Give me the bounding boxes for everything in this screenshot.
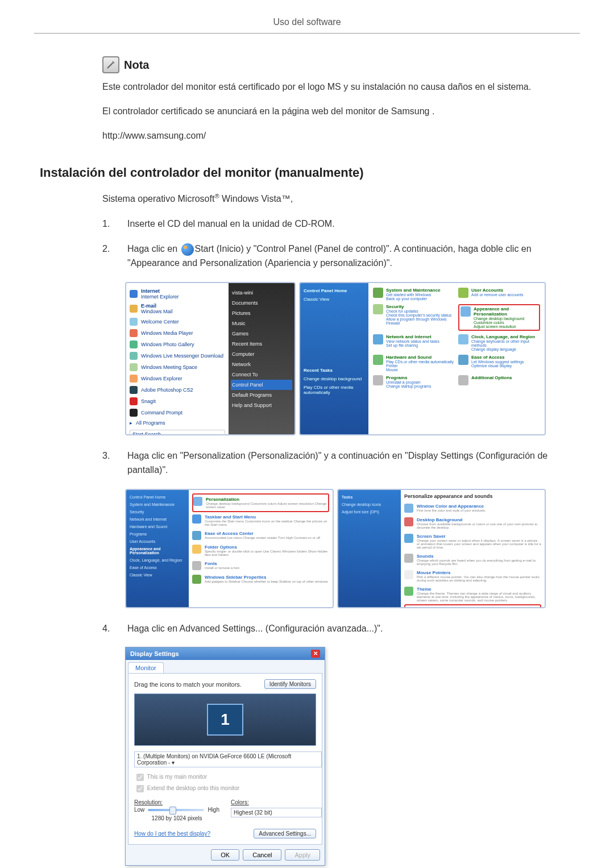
start-right-help[interactable]: Help and Support bbox=[231, 400, 292, 410]
start-right-documents[interactable]: Documents bbox=[231, 298, 292, 308]
note-paragraph-2: El controlador certificado se anunciará … bbox=[102, 105, 557, 119]
monitor-1[interactable]: 1 bbox=[207, 704, 243, 736]
pers2-item-mouse[interactable]: Mouse PointersPick a different mouse poi… bbox=[404, 568, 541, 584]
start-item-live[interactable]: Windows Live Messenger Download bbox=[130, 350, 225, 362]
start-right-connect[interactable]: Connect To bbox=[231, 369, 292, 380]
ok-button[interactable]: OK bbox=[211, 849, 239, 861]
start-search[interactable]: Start Search bbox=[130, 430, 225, 435]
pers-left-item[interactable]: Security bbox=[130, 508, 185, 516]
pers2-tasks-header: Tasks bbox=[342, 493, 397, 501]
start-item-photoshop[interactable]: Adobe Photoshop CS2 bbox=[130, 384, 225, 396]
start-right-controlpanel[interactable]: Control Panel bbox=[231, 380, 292, 390]
step-number: 3. bbox=[102, 449, 116, 477]
pers-left-item[interactable]: User Accounts bbox=[130, 538, 185, 545]
pers-left-item[interactable]: Programs bbox=[130, 530, 185, 538]
section-heading: Instalación del controlador del monitor … bbox=[40, 165, 580, 180]
start-item-wmp[interactable]: Windows Media Player bbox=[130, 327, 225, 339]
start-item-email[interactable]: E-mailWindows Mail bbox=[130, 301, 225, 316]
appearance-window: Control Panel Home System and Maintenanc… bbox=[125, 489, 334, 608]
cp-item-user[interactable]: User AccountsAdd or remove user accounts bbox=[458, 288, 540, 301]
pers-item-taskbar[interactable]: Taskbar and Start MenuCustomize the Star… bbox=[192, 512, 329, 529]
start-orb-icon bbox=[181, 243, 194, 256]
monitor-dropdown[interactable]: 1. (Multiple Monitors) on NVIDIA GeForce… bbox=[134, 751, 322, 767]
cp-item-programs[interactable]: ProgramsUninstall a programChange startu… bbox=[373, 375, 455, 388]
step-text: Haga clic en Advanced Settings... (Confi… bbox=[127, 622, 557, 636]
best-display-link[interactable]: How do I get the best display? bbox=[134, 830, 210, 837]
cp-item-clock[interactable]: Clock, Language, and RegionChange keyboa… bbox=[458, 334, 540, 351]
resolution-label: Resolution: bbox=[134, 799, 163, 805]
start-item-meeting[interactable]: Windows Meeting Space bbox=[130, 362, 225, 373]
cp-item-ease[interactable]: Ease of AccessLet Windows suggest settin… bbox=[458, 355, 540, 372]
pers2-item-display[interactable]: Display SettingsAdjust your monitor reso… bbox=[404, 604, 541, 608]
note-paragraph-1: Este controlador del monitor está certif… bbox=[102, 80, 557, 94]
start-right-games[interactable]: Games bbox=[231, 329, 292, 339]
cancel-button[interactable]: Cancel bbox=[243, 849, 281, 861]
start-item-welcome[interactable]: Welcome Center bbox=[130, 316, 225, 327]
pers-left-item-appearance[interactable]: Appearance and Personalization bbox=[130, 545, 185, 556]
start-right-recent[interactable]: Recent Items bbox=[231, 339, 292, 349]
cp-recent-task[interactable]: Play CDs or other media automatically bbox=[304, 383, 365, 397]
pers2-item-screensaver[interactable]: Screen SaverChange your screen saver or … bbox=[404, 531, 541, 551]
start-right-pictures[interactable]: Pictures bbox=[231, 308, 292, 318]
pers-item-sidebar[interactable]: Windows Sidebar PropertiesAdd gadgets to… bbox=[192, 572, 329, 586]
start-item-photo[interactable]: Windows Photo Gallery bbox=[130, 339, 225, 350]
close-icon[interactable]: ✕ bbox=[311, 650, 320, 658]
start-item-allprograms[interactable]: ▸All Programs bbox=[130, 418, 225, 427]
pers-item-folder[interactable]: Folder OptionsSpecify single- or double-… bbox=[192, 542, 329, 559]
step-1: 1. Inserte el CD del manual en la unidad… bbox=[102, 217, 557, 231]
cp-classic[interactable]: Classic View bbox=[304, 295, 365, 304]
cp-recent-task[interactable]: Change desktop background bbox=[304, 375, 365, 383]
pers2-heading: Personalize appearance and sounds bbox=[404, 493, 541, 499]
cp-item-additional[interactable]: Additional Options bbox=[458, 375, 540, 388]
pers2-task[interactable]: Change desktop icons bbox=[342, 501, 397, 508]
pers-left-item[interactable]: Network and Internet bbox=[130, 516, 185, 523]
pers2-item-theme[interactable]: ThemeChange the theme. Themes can change… bbox=[404, 584, 541, 604]
pers2-item-background[interactable]: Desktop BackgroundChoose from available … bbox=[404, 515, 541, 531]
pers-left-item[interactable]: Ease of Access bbox=[130, 564, 185, 571]
advanced-settings-button[interactable]: Advanced Settings... bbox=[254, 829, 316, 838]
monitor-preview[interactable]: 1 bbox=[134, 693, 316, 746]
section-intro: Sistema operativo Microsoft® Windows Vis… bbox=[102, 192, 557, 206]
checkbox-main-monitor: This is my main monitor bbox=[134, 772, 316, 783]
pers-left-item[interactable]: Hardware and Sound bbox=[130, 523, 185, 530]
step-text: Inserte el CD del manual en la unidad de… bbox=[127, 217, 557, 231]
tab-monitor[interactable]: Monitor bbox=[128, 662, 164, 673]
step-number: 1. bbox=[102, 217, 116, 231]
start-item-ie[interactable]: InternetInternet Explorer bbox=[130, 286, 225, 301]
screenshot-start-controlpanel: InternetInternet Explorer E-mailWindows … bbox=[125, 282, 546, 435]
pers-item-fonts[interactable]: FontsInstall or remove a font bbox=[192, 559, 329, 572]
slider-high: High bbox=[208, 807, 219, 813]
step-4: 4. Haga clic en Advanced Settings... (Co… bbox=[102, 622, 557, 636]
pers-left-item[interactable]: Classic View bbox=[130, 571, 185, 579]
start-right-computer[interactable]: Computer bbox=[231, 349, 292, 359]
start-right-default[interactable]: Default Programs bbox=[231, 390, 292, 400]
pers2-item-sounds[interactable]: SoundsChange which sounds are heard when… bbox=[404, 551, 541, 568]
start-right-network[interactable]: Network bbox=[231, 359, 292, 369]
cp-item-system[interactable]: System and MaintenanceGet started with W… bbox=[373, 288, 455, 301]
step-number: 4. bbox=[102, 622, 116, 636]
step-2: 2. Haga clic en Start (Inicio) y "Contro… bbox=[102, 242, 557, 271]
pers-left-item[interactable]: System and Maintenance bbox=[130, 501, 185, 508]
pers-item-personalization[interactable]: PersonalizationChange desktop background… bbox=[192, 493, 329, 512]
start-right-music[interactable]: Music bbox=[231, 318, 292, 329]
identify-monitors-button[interactable]: Identify Monitors bbox=[264, 679, 316, 689]
cp-item-security[interactable]: SecurityCheck for updatesCheck this comp… bbox=[373, 304, 455, 331]
start-right-user: vista-wini bbox=[231, 288, 292, 298]
cp-item-hardware[interactable]: Hardware and SoundPlay CDs or other medi… bbox=[373, 355, 455, 372]
pers-item-ease[interactable]: Ease of Access CenterAccommodate low vis… bbox=[192, 529, 329, 542]
colors-dropdown[interactable]: Highest (32 bit) bbox=[231, 808, 322, 817]
slider-low: Low bbox=[134, 807, 144, 813]
cp-item-appearance[interactable]: Appearance and PersonalizationChange des… bbox=[458, 304, 540, 331]
pers-left-item[interactable]: Control Panel Home bbox=[130, 493, 185, 501]
pers2-task[interactable]: Adjust font size (DPI) bbox=[342, 508, 397, 516]
resolution-slider[interactable] bbox=[148, 809, 204, 811]
colors-label: Colors: bbox=[231, 799, 249, 805]
drag-hint: Drag the icons to match your monitors. bbox=[134, 681, 242, 688]
start-item-snagit[interactable]: SnagIt bbox=[130, 396, 225, 407]
start-item-cmd[interactable]: Command Prompt bbox=[130, 407, 225, 418]
pers2-item-color[interactable]: Window Color and AppearanceFine tune the… bbox=[404, 501, 541, 515]
cp-home[interactable]: Control Panel Home bbox=[304, 286, 365, 295]
pers-left-item[interactable]: Clock, Language, and Region bbox=[130, 556, 185, 564]
cp-item-network[interactable]: Network and InternetView network status … bbox=[373, 334, 455, 351]
start-item-explorer[interactable]: Windows Explorer bbox=[130, 373, 225, 384]
